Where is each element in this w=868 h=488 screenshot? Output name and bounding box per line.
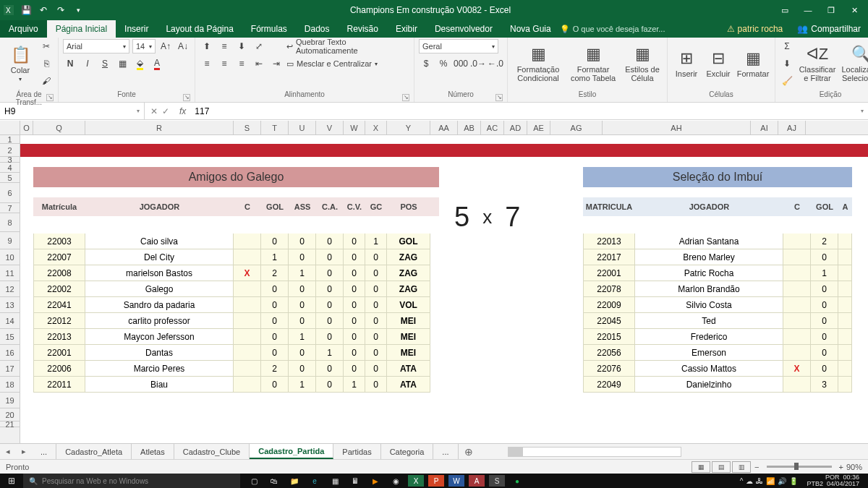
save-icon[interactable]: 💾 [17,1,35,19]
column-header[interactable]: AI [751,121,778,134]
number-format-select[interactable]: Geral▾ [419,39,498,53]
row-header[interactable]: 19 [0,393,20,408]
sheet-tab[interactable]: Categoria [381,444,434,459]
column-header[interactable]: O [20,121,33,134]
insert-cells-button[interactable]: ⊞Inserir [672,39,701,88]
team1-player-row[interactable]: 22001Dantas00100MEI [33,345,439,361]
indent-dec-icon[interactable]: ⇤ [252,56,266,71]
font-size-select[interactable]: 14▾ [132,39,156,53]
minimize-button[interactable]: — [797,3,819,17]
cut-icon[interactable]: ✂ [39,39,54,53]
row-header[interactable]: 9 [0,232,20,249]
align-bottom-icon[interactable]: ⬇ [234,39,249,53]
tab-formulas[interactable]: Fórmulas [242,20,296,38]
tab-developer[interactable]: Desenvolvedor [426,20,501,38]
horizontal-scrollbar[interactable] [508,447,681,457]
zoom-out-button[interactable]: − [752,463,762,471]
borders-icon[interactable]: ▦ [115,56,129,71]
wrap-text-button[interactable]: ↩Quebrar Texto Automaticamente [286,39,409,53]
add-sheet-button[interactable]: ⊕ [459,446,479,458]
column-header[interactable]: AD [504,121,527,134]
sheet-tab-more[interactable]: ... [32,444,56,459]
clear-icon[interactable]: 🧹 [780,74,794,88]
fx-icon[interactable]: fx [175,106,190,116]
percent-icon[interactable]: % [436,56,451,71]
wifi-icon[interactable]: 📶 [766,477,775,485]
sheet-tab[interactable]: Cadastro_Clube [174,444,250,459]
team2-player-row[interactable]: 22078Marlon Brandão0 [583,281,852,297]
battery-icon[interactable]: 🔋 [789,477,798,485]
underline-button[interactable]: S [98,56,112,71]
edge-icon[interactable]: e [307,475,323,487]
zoom-slider[interactable] [767,466,832,468]
delete-cells-button[interactable]: ⊟Excluir [704,39,733,88]
tab-nav-next-icon[interactable]: ▸ [16,447,32,456]
column-header[interactable]: AB [458,121,481,134]
merge-center-button[interactable]: ▭Mesclar e Centralizar▾ [286,56,409,71]
tab-home[interactable]: Página Inicial [47,20,116,38]
format-cells-button[interactable]: ▦Formatar [736,39,770,88]
team2-player-row[interactable]: 22045Ted0 [583,313,852,329]
tab-newguide[interactable]: Nova Guia [501,20,560,38]
ribbon-options-icon[interactable]: ▭ [774,3,796,17]
select-all-corner[interactable] [0,121,20,134]
team1-player-row[interactable]: 22007Del City10000ZAG [33,249,439,265]
media-icon[interactable]: ▶ [367,475,383,487]
team1-player-row[interactable]: 22002Galego00000ZAG [33,281,439,297]
launcher-icon[interactable]: ↘ [183,94,190,101]
column-header[interactable]: AC [481,121,504,134]
align-right-icon[interactable]: ≡ [234,56,249,71]
team2-player-row[interactable]: 22056Emerson0 [583,345,852,361]
row-header[interactable]: 13 [0,297,20,313]
sheet-tab[interactable]: ... [433,444,458,459]
enter-formula-icon[interactable]: ✓ [162,106,169,116]
maximize-button[interactable]: ❐ [820,3,842,17]
column-header[interactable]: T [261,121,289,134]
launcher-icon[interactable]: ↘ [402,94,409,101]
normal-view-icon[interactable]: ▦ [692,461,710,473]
sheet-tab[interactable]: Atletas [132,444,174,459]
share-button[interactable]: 👥Compartilhar [790,20,868,38]
font-name-select[interactable]: Arial▾ [63,39,129,53]
tray-up-icon[interactable]: ^ [740,477,744,485]
cells-grid[interactable]: Amigos do Galego Matrícula JOGADOR C GOL… [20,135,868,448]
cell-styles-button[interactable]: ▦Estilos de Célula [622,39,663,88]
team1-player-row[interactable]: 22013Maycon Jefersson01000MEI [33,329,439,345]
page-break-view-icon[interactable]: ▥ [732,461,751,473]
onedrive-icon[interactable]: ☁ [746,477,753,485]
expand-formula-icon[interactable]: ▾ [856,108,868,114]
row-header[interactable]: 16 [0,345,20,361]
zoom-in-button[interactable]: + [836,463,846,471]
access-icon[interactable]: A [469,475,485,487]
row-header[interactable]: 17 [0,361,20,377]
row-header[interactable]: 5 [0,173,20,183]
column-header[interactable]: S [234,121,261,134]
team1-player-row[interactable]: 22011Biau01010ATA [33,377,439,393]
tab-file[interactable]: Arquivo [0,20,47,38]
taskbar-search[interactable]: 🔍Pesquisar na Web e no Windows [23,474,240,488]
tab-review[interactable]: Revisão [339,20,387,38]
row-header[interactable]: 7 [0,203,20,213]
team1-player-row[interactable]: 22006Marcio Peres20000ATA [33,361,439,377]
align-center-icon[interactable]: ≡ [217,56,231,71]
team1-player-row[interactable]: 22012carlito professor00000MEI [33,313,439,329]
zoom-level[interactable]: 90% [846,463,862,471]
column-header[interactable]: AG [550,121,603,134]
column-header[interactable]: X [365,121,387,134]
excel-taskbar-icon[interactable]: X [408,475,424,487]
taskbar-clock[interactable]: POR 00:36 PTB2 04/04/2017 [802,474,864,487]
app-icon[interactable]: ▦ [327,475,343,487]
bold-button[interactable]: N [63,56,77,71]
row-header[interactable]: 15 [0,329,20,345]
team2-player-row[interactable]: 22049Danielzinho3 [583,377,852,393]
row-header[interactable]: 21 [0,421,20,427]
format-painter-icon[interactable]: 🖌 [39,74,54,88]
copy-icon[interactable]: ⎘ [39,56,54,71]
sheet-tab[interactable]: Partidas [333,444,380,459]
signed-in-user[interactable]: ⚠patric rocha [720,20,791,38]
team1-player-row[interactable]: 22041Sandro da padaria00000VOL [33,297,439,313]
team2-player-row[interactable]: 22076Cassio MattosX0 [583,361,852,377]
fill-icon[interactable]: ⬇ [780,56,794,71]
launcher-icon[interactable]: ↘ [46,94,54,101]
volume-icon[interactable]: 🔊 [778,477,786,485]
